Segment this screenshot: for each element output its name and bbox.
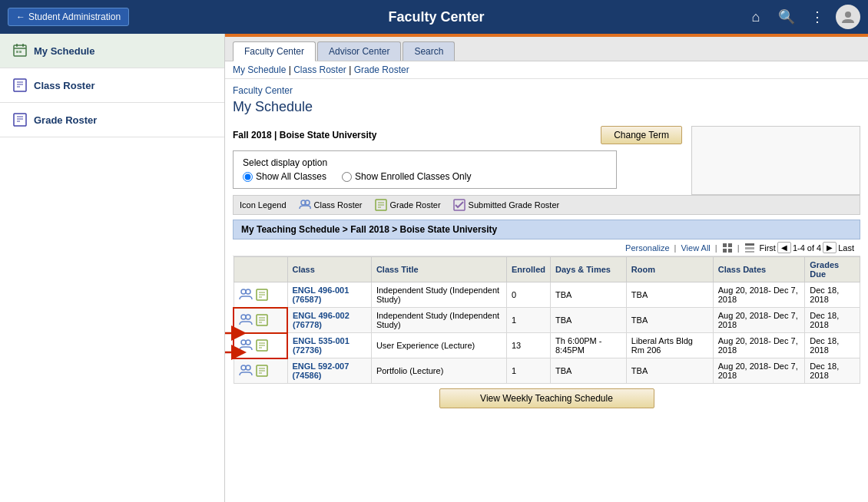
home-button[interactable]: ⌂ — [744, 5, 768, 29]
toolbar-sep-1: | — [674, 243, 677, 253]
back-arrow-icon: ← — [16, 12, 25, 22]
radio-show-all-label: Show All Classes — [256, 171, 326, 182]
tab-search[interactable]: Search — [403, 41, 455, 61]
class-roster-icon-row[interactable] — [239, 364, 253, 378]
grade-roster-icon-row[interactable] — [255, 288, 269, 302]
class-link[interactable]: ENGL 496-002 (76778) — [293, 311, 350, 329]
breadcrumb: My Schedule | Class Roster | Grade Roste… — [225, 61, 868, 79]
prev-button[interactable]: ◀ — [777, 242, 791, 253]
room-cell: TBA — [626, 308, 713, 333]
class-roster-icon-row[interactable] — [239, 339, 253, 352]
view-all-link[interactable]: View All — [681, 243, 710, 253]
days-cell: TBA — [550, 308, 626, 333]
svg-rect-11 — [14, 114, 26, 126]
room-cell: Liberal Arts Bldg Rm 206 — [626, 333, 713, 358]
svg-point-43 — [241, 340, 246, 345]
radio-row: Show All Classes Show Enrolled Classes O… — [243, 171, 607, 182]
dates-cell: Aug 20, 2018- Dec 7, 2018 — [713, 333, 805, 358]
grade-roster-icon-row[interactable] — [255, 364, 269, 378]
user-avatar-icon — [840, 9, 856, 25]
legend-row: Icon Legend Class Roster — [233, 195, 860, 215]
grade-roster-legend: Grade Roster — [375, 199, 441, 211]
display-option-box: Select display option Show All Classes S… — [233, 150, 617, 189]
my-schedule-label: My Schedule — [34, 45, 94, 57]
search-button[interactable]: 🔍 — [774, 5, 799, 29]
content-area: Faculty Center Advisor Center Search My … — [225, 34, 868, 502]
class-cell: ENGL 535-001 (72736) — [287, 333, 371, 358]
radio-show-all-input[interactable] — [243, 172, 253, 182]
days-cell: Th 6:00PM - 8:45PM — [550, 333, 626, 358]
toolbar-sep-2: | — [715, 243, 717, 253]
tab-advisor-center[interactable]: Advisor Center — [317, 41, 401, 61]
change-term-button[interactable]: Change Term — [601, 126, 682, 144]
main-layout: My Schedule Class Roster Grade Roster — [0, 34, 868, 502]
dates-cell: Aug 20, 2018- Dec 7, 2018 — [713, 358, 805, 384]
svg-point-32 — [246, 289, 250, 294]
term-row: Fall 2018 | Boise State University Chang… — [233, 126, 682, 144]
th-class: Class — [287, 257, 371, 282]
class-roster-icon-row[interactable] — [239, 313, 253, 327]
grade-roster-icon-row[interactable] — [255, 313, 269, 327]
tab-faculty-center[interactable]: Faculty Center — [233, 41, 316, 61]
page-header: Faculty Center My Schedule — [225, 79, 868, 120]
svg-rect-28 — [745, 251, 754, 253]
grade-roster-icon-row[interactable] — [255, 339, 269, 352]
grade-roster-sidebar-icon — [12, 112, 28, 127]
faculty-center-link[interactable]: Faculty Center — [233, 85, 293, 96]
class-roster-legend: Class Roster — [299, 199, 363, 211]
class-roster-sidebar-icon — [12, 78, 28, 93]
toolbar-sep-3: | — [737, 243, 740, 253]
nav-icons: ⌂ 🔍 ⋮ — [744, 5, 860, 29]
sidebar-item-grade-roster[interactable]: Grade Roster — [0, 103, 224, 137]
top-navigation: ← Student Administration Faculty Center … — [0, 0, 868, 34]
grid-icon — [722, 243, 733, 253]
view-weekly-button[interactable]: View Weekly Teaching Schedule — [439, 388, 654, 408]
search-icon: 🔍 — [778, 8, 795, 25]
sidebar-item-class-roster[interactable]: Class Roster — [0, 68, 224, 103]
class-roster-icon-row[interactable] — [239, 288, 253, 302]
menu-button[interactable]: ⋮ — [805, 5, 830, 29]
enrolled-cell: 0 — [506, 282, 550, 308]
tabs-bar: Faculty Center Advisor Center Search — [225, 37, 868, 61]
top-right-box — [691, 126, 860, 195]
dates-cell: Aug 20, 2018- Dec 7, 2018 — [713, 308, 805, 333]
svg-point-44 — [246, 340, 250, 345]
breadcrumb-class-roster[interactable]: Class Roster — [293, 64, 346, 75]
svg-rect-26 — [745, 243, 754, 246]
th-dates: Class Dates — [713, 257, 805, 282]
breadcrumb-my-schedule[interactable]: My Schedule — [233, 64, 286, 75]
svg-rect-3 — [16, 44, 18, 47]
room-cell: TBA — [626, 358, 713, 384]
class-link[interactable]: ENGL 592-007 (74586) — [293, 362, 350, 380]
th-days: Days & Times — [550, 257, 626, 282]
radio-show-enrolled-input[interactable] — [342, 172, 352, 182]
enrolled-cell: 1 — [506, 358, 550, 384]
grades-due-cell: Dec 18, 2018 — [805, 358, 860, 384]
class-link[interactable]: ENGL 496-001 (76587) — [293, 286, 350, 304]
svg-rect-24 — [723, 249, 727, 253]
class-title-cell: User Experience (Lecture) — [371, 333, 506, 358]
row-icons-cell — [234, 358, 287, 384]
next-button[interactable]: ▶ — [823, 242, 837, 253]
grade-roster-legend-icon — [375, 199, 387, 211]
grades-due-cell: Dec 18, 2018 — [805, 308, 860, 333]
row-icons-cell — [234, 308, 287, 333]
radio-show-all[interactable]: Show All Classes — [243, 171, 326, 182]
enrolled-cell: 13 — [506, 333, 550, 358]
class-title-cell: Independent Study (Independent Study) — [371, 308, 506, 333]
class-link[interactable]: ENGL 535-001 (72736) — [293, 336, 350, 355]
last-label: Last — [838, 243, 854, 253]
breadcrumb-grade-roster[interactable]: Grade Roster — [354, 64, 409, 75]
submitted-grade-legend: Submitted Grade Roster — [453, 199, 560, 211]
radio-show-enrolled[interactable]: Show Enrolled Classes Only — [342, 171, 471, 182]
sidebar: My Schedule Class Roster Grade Roster — [0, 34, 225, 502]
row-icons-cell — [234, 333, 287, 358]
enrolled-cell: 1 — [506, 308, 550, 333]
page-title-header: Faculty Center — [389, 9, 485, 25]
submitted-grade-legend-label: Submitted Grade Roster — [469, 200, 560, 210]
dates-cell: Aug 20, 2018- Dec 7, 2018 — [713, 282, 805, 308]
user-avatar[interactable] — [836, 5, 860, 29]
personalize-link[interactable]: Personalize — [625, 243, 669, 253]
sidebar-item-my-schedule[interactable]: My Schedule — [0, 34, 224, 68]
back-button[interactable]: ← Student Administration — [8, 8, 129, 26]
